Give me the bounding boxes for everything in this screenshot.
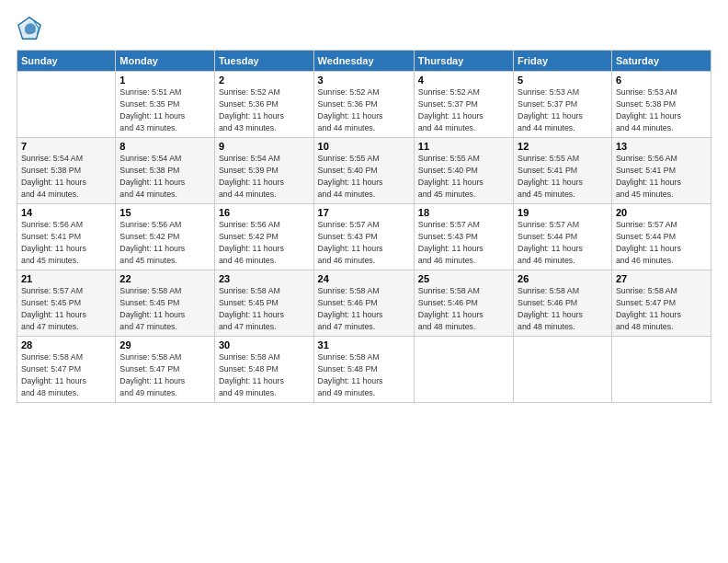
calendar-cell: 11Sunrise: 5:55 AM Sunset: 5:40 PM Dayli…	[414, 138, 513, 204]
header-cell-friday: Friday	[514, 51, 612, 72]
header-cell-thursday: Thursday	[414, 51, 513, 72]
calendar-cell: 15Sunrise: 5:56 AM Sunset: 5:42 PM Dayli…	[116, 204, 215, 270]
day-number: 8	[119, 141, 210, 152]
day-info: Sunrise: 5:56 AM Sunset: 5:41 PM Dayligh…	[616, 154, 681, 199]
calendar-cell: 5Sunrise: 5:53 AM Sunset: 5:37 PM Daylig…	[514, 72, 612, 138]
calendar-cell: 21Sunrise: 5:57 AM Sunset: 5:45 PM Dayli…	[17, 270, 116, 337]
day-info: Sunrise: 5:57 AM Sunset: 5:44 PM Dayligh…	[616, 220, 681, 265]
day-info: Sunrise: 5:55 AM Sunset: 5:40 PM Dayligh…	[418, 154, 483, 199]
calendar-cell: 26Sunrise: 5:58 AM Sunset: 5:46 PM Dayli…	[514, 270, 612, 337]
day-info: Sunrise: 5:56 AM Sunset: 5:41 PM Dayligh…	[21, 220, 86, 265]
day-number: 28	[21, 339, 111, 350]
header-cell-saturday: Saturday	[611, 51, 711, 72]
day-info: Sunrise: 5:58 AM Sunset: 5:45 PM Dayligh…	[119, 286, 185, 331]
day-number: 16	[219, 207, 310, 218]
day-info: Sunrise: 5:52 AM Sunset: 5:36 PM Dayligh…	[219, 87, 284, 132]
calendar-cell: 31Sunrise: 5:58 AM Sunset: 5:48 PM Dayli…	[313, 337, 414, 403]
day-info: Sunrise: 5:54 AM Sunset: 5:39 PM Dayligh…	[219, 154, 284, 199]
day-info: Sunrise: 5:51 AM Sunset: 5:35 PM Dayligh…	[119, 87, 185, 132]
calendar-cell: 17Sunrise: 5:57 AM Sunset: 5:43 PM Dayli…	[313, 204, 414, 270]
calendar-cell: 25Sunrise: 5:58 AM Sunset: 5:46 PM Dayli…	[414, 270, 513, 337]
header-cell-sunday: Sunday	[17, 51, 116, 72]
calendar-cell: 2Sunrise: 5:52 AM Sunset: 5:36 PM Daylig…	[214, 72, 313, 138]
day-number: 4	[418, 75, 509, 86]
day-info: Sunrise: 5:57 AM Sunset: 5:45 PM Dayligh…	[21, 286, 86, 331]
logo-icon	[17, 17, 42, 42]
day-info: Sunrise: 5:55 AM Sunset: 5:41 PM Dayligh…	[518, 154, 583, 199]
day-number: 24	[318, 273, 410, 284]
day-info: Sunrise: 5:55 AM Sunset: 5:40 PM Dayligh…	[318, 154, 383, 199]
calendar-week-2: 7Sunrise: 5:54 AM Sunset: 5:38 PM Daylig…	[17, 138, 711, 204]
day-number: 15	[119, 207, 210, 218]
day-number: 2	[219, 75, 310, 86]
day-number: 11	[418, 141, 509, 152]
day-info: Sunrise: 5:57 AM Sunset: 5:44 PM Dayligh…	[518, 220, 583, 265]
page: SundayMondayTuesdayWednesdayThursdayFrid…	[0, 0, 728, 563]
calendar-cell: 23Sunrise: 5:58 AM Sunset: 5:45 PM Dayli…	[214, 270, 313, 337]
calendar-cell: 24Sunrise: 5:58 AM Sunset: 5:46 PM Dayli…	[313, 270, 414, 337]
day-number: 17	[318, 207, 410, 218]
day-info: Sunrise: 5:56 AM Sunset: 5:42 PM Dayligh…	[219, 220, 284, 265]
day-number: 31	[318, 339, 410, 350]
calendar-cell: 29Sunrise: 5:58 AM Sunset: 5:47 PM Dayli…	[116, 337, 215, 403]
calendar-cell: 27Sunrise: 5:58 AM Sunset: 5:47 PM Dayli…	[611, 270, 711, 337]
day-number: 20	[616, 207, 707, 218]
day-number: 25	[418, 273, 509, 284]
calendar-cell	[514, 337, 612, 403]
calendar-cell: 8Sunrise: 5:54 AM Sunset: 5:38 PM Daylig…	[116, 138, 215, 204]
calendar-cell: 18Sunrise: 5:57 AM Sunset: 5:43 PM Dayli…	[414, 204, 513, 270]
calendar-week-5: 28Sunrise: 5:58 AM Sunset: 5:47 PM Dayli…	[17, 337, 711, 403]
day-info: Sunrise: 5:58 AM Sunset: 5:46 PM Dayligh…	[518, 286, 583, 331]
day-info: Sunrise: 5:58 AM Sunset: 5:47 PM Dayligh…	[119, 352, 185, 397]
day-info: Sunrise: 5:58 AM Sunset: 5:46 PM Dayligh…	[318, 286, 383, 331]
day-number: 14	[21, 207, 111, 218]
calendar-cell: 13Sunrise: 5:56 AM Sunset: 5:41 PM Dayli…	[611, 138, 711, 204]
calendar-cell: 16Sunrise: 5:56 AM Sunset: 5:42 PM Dayli…	[214, 204, 313, 270]
day-info: Sunrise: 5:58 AM Sunset: 5:46 PM Dayligh…	[418, 286, 483, 331]
calendar-cell	[17, 72, 116, 138]
calendar-week-1: 1Sunrise: 5:51 AM Sunset: 5:35 PM Daylig…	[17, 72, 711, 138]
logo	[17, 17, 46, 42]
day-info: Sunrise: 5:54 AM Sunset: 5:38 PM Dayligh…	[21, 154, 86, 199]
header	[17, 17, 711, 42]
calendar-cell: 7Sunrise: 5:54 AM Sunset: 5:38 PM Daylig…	[17, 138, 116, 204]
calendar-cell: 28Sunrise: 5:58 AM Sunset: 5:47 PM Dayli…	[17, 337, 116, 403]
day-number: 18	[418, 207, 509, 218]
header-row: SundayMondayTuesdayWednesdayThursdayFrid…	[17, 51, 711, 72]
calendar-cell: 12Sunrise: 5:55 AM Sunset: 5:41 PM Dayli…	[514, 138, 612, 204]
day-number: 22	[119, 273, 210, 284]
day-number: 23	[219, 273, 310, 284]
day-info: Sunrise: 5:58 AM Sunset: 5:47 PM Dayligh…	[21, 352, 86, 397]
calendar-cell: 4Sunrise: 5:52 AM Sunset: 5:37 PM Daylig…	[414, 72, 513, 138]
day-number: 30	[219, 339, 310, 350]
day-info: Sunrise: 5:52 AM Sunset: 5:37 PM Dayligh…	[418, 87, 483, 132]
header-cell-monday: Monday	[116, 51, 215, 72]
day-number: 27	[616, 273, 707, 284]
day-number: 3	[318, 75, 410, 86]
day-info: Sunrise: 5:52 AM Sunset: 5:36 PM Dayligh…	[318, 87, 383, 132]
day-number: 21	[21, 273, 111, 284]
calendar-cell: 3Sunrise: 5:52 AM Sunset: 5:36 PM Daylig…	[313, 72, 414, 138]
day-info: Sunrise: 5:53 AM Sunset: 5:38 PM Dayligh…	[616, 87, 681, 132]
day-number: 6	[616, 75, 707, 86]
calendar-week-3: 14Sunrise: 5:56 AM Sunset: 5:41 PM Dayli…	[17, 204, 711, 270]
calendar-header: SundayMondayTuesdayWednesdayThursdayFrid…	[17, 51, 711, 72]
header-cell-wednesday: Wednesday	[313, 51, 414, 72]
calendar-cell: 19Sunrise: 5:57 AM Sunset: 5:44 PM Dayli…	[514, 204, 612, 270]
day-number: 13	[616, 141, 707, 152]
calendar-body: 1Sunrise: 5:51 AM Sunset: 5:35 PM Daylig…	[17, 72, 711, 403]
day-number: 7	[21, 141, 111, 152]
day-info: Sunrise: 5:58 AM Sunset: 5:45 PM Dayligh…	[219, 286, 284, 331]
day-info: Sunrise: 5:56 AM Sunset: 5:42 PM Dayligh…	[119, 220, 185, 265]
header-cell-tuesday: Tuesday	[214, 51, 313, 72]
day-number: 19	[518, 207, 608, 218]
day-info: Sunrise: 5:57 AM Sunset: 5:43 PM Dayligh…	[318, 220, 383, 265]
calendar-cell: 22Sunrise: 5:58 AM Sunset: 5:45 PM Dayli…	[116, 270, 215, 337]
day-number: 26	[518, 273, 608, 284]
calendar-cell: 10Sunrise: 5:55 AM Sunset: 5:40 PM Dayli…	[313, 138, 414, 204]
calendar-table: SundayMondayTuesdayWednesdayThursdayFrid…	[17, 50, 711, 403]
calendar-cell: 1Sunrise: 5:51 AM Sunset: 5:35 PM Daylig…	[116, 72, 215, 138]
calendar-week-4: 21Sunrise: 5:57 AM Sunset: 5:45 PM Dayli…	[17, 270, 711, 337]
calendar-cell	[611, 337, 711, 403]
day-number: 12	[518, 141, 608, 152]
